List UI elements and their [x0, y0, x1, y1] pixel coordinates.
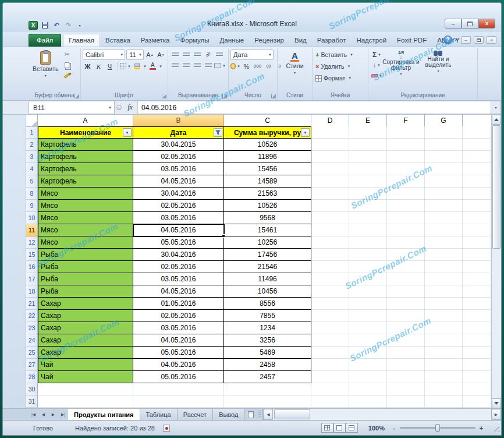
- cell-C9[interactable]: 10526: [224, 200, 311, 212]
- font-name-select[interactable]: Calibri▼: [83, 50, 125, 60]
- cell-D21[interactable]: [311, 298, 349, 310]
- ribbon-tab-Разработ[interactable]: Разработ: [312, 34, 352, 47]
- copy-button[interactable]: [62, 60, 72, 70]
- accounting-format-button[interactable]: ▼: [230, 61, 240, 71]
- paste-button[interactable]: Вставить ▾: [30, 50, 61, 91]
- find-select-button[interactable]: Найти и выделить ▾: [420, 50, 457, 91]
- row-header-10[interactable]: 10: [26, 212, 38, 224]
- cell-B31[interactable]: [133, 395, 224, 408]
- page-break-view-button[interactable]: [346, 423, 358, 433]
- cell-G18[interactable]: [425, 285, 463, 298]
- fill-color-button[interactable]: ▼: [132, 61, 147, 71]
- cell-E1[interactable]: [349, 126, 387, 139]
- cell-F1[interactable]: [387, 126, 425, 139]
- cell-F4[interactable]: [387, 163, 425, 175]
- format-cells-button[interactable]: Формат▼: [314, 73, 366, 83]
- cell-F15[interactable]: [387, 249, 425, 261]
- cell-D27[interactable]: [311, 359, 349, 371]
- cell-E21[interactable]: [349, 298, 387, 310]
- formula-input[interactable]: 04.05.2016: [138, 101, 491, 114]
- increase-decimal-button[interactable]: 00: [264, 61, 274, 71]
- close-button[interactable]: ×: [478, 19, 495, 29]
- cell-E9[interactable]: [349, 200, 387, 212]
- cell-E15[interactable]: [349, 249, 387, 261]
- cell-G3[interactable]: [425, 151, 463, 163]
- align-center-button[interactable]: [181, 61, 191, 70]
- file-tab[interactable]: Файл: [29, 34, 61, 47]
- alignment-dialog-launcher-icon[interactable]: [222, 94, 227, 98]
- cell-F21[interactable]: [387, 298, 425, 310]
- cell-G1[interactable]: [425, 126, 463, 139]
- horizontal-scrollbar[interactable]: ◀ ▶: [262, 409, 501, 420]
- cell-C30[interactable]: [224, 383, 311, 395]
- cell-A10[interactable]: Мясо: [38, 212, 133, 224]
- cell-A31[interactable]: [38, 395, 133, 408]
- cell-B30[interactable]: [133, 383, 224, 395]
- ribbon-tab-Надстрой[interactable]: Надстрой: [351, 34, 392, 47]
- column-header-F[interactable]: F: [387, 115, 425, 127]
- number-format-select[interactable]: Дата▼: [230, 50, 274, 60]
- cell-D10[interactable]: [311, 212, 349, 224]
- row-header-15[interactable]: 15: [26, 249, 38, 261]
- cell-A8[interactable]: Мясо: [38, 188, 133, 200]
- cell-B5[interactable]: 04.05.2016: [133, 175, 224, 188]
- cell-B10[interactable]: 03.05.2016: [133, 212, 224, 224]
- orientation-button[interactable]: ab: [203, 50, 213, 59]
- cell-G24[interactable]: [425, 334, 463, 347]
- cell-F12[interactable]: [387, 236, 425, 249]
- row-header-4[interactable]: 4: [26, 163, 38, 175]
- grow-font-button[interactable]: А▲: [145, 50, 155, 60]
- workbook-close-button[interactable]: ×: [487, 36, 496, 44]
- row-header-27[interactable]: 27: [26, 359, 38, 371]
- cell-E12[interactable]: [349, 236, 387, 249]
- ribbon-tab-Foxit PDF[interactable]: Foxit PDF: [392, 34, 432, 47]
- cell-G31[interactable]: [425, 395, 463, 408]
- cell-A16[interactable]: Рыба: [38, 261, 133, 273]
- row-header-2[interactable]: 2: [26, 139, 38, 151]
- cell-D3[interactable]: [311, 151, 349, 163]
- cell-D9[interactable]: [311, 200, 349, 212]
- tab-splitter-handle[interactable]: [258, 411, 261, 418]
- cell-C5[interactable]: 14589: [224, 175, 311, 188]
- insert-sheet-button[interactable]: [244, 409, 257, 420]
- styles-button[interactable]: А Стили ▾: [283, 50, 306, 91]
- cell-A28[interactable]: Чай: [38, 371, 133, 383]
- cell-E5[interactable]: [349, 175, 387, 188]
- cell-F2[interactable]: [387, 139, 425, 151]
- cell-D25[interactable]: [311, 347, 349, 359]
- cell-C23[interactable]: 1234: [224, 322, 311, 334]
- cell-D31[interactable]: [311, 395, 349, 408]
- cell-C22[interactable]: 7855: [224, 310, 311, 322]
- autosum-button[interactable]: Σ▼: [371, 50, 382, 59]
- cell-G28[interactable]: [425, 371, 463, 383]
- cell-F17[interactable]: [387, 273, 425, 285]
- cell-G17[interactable]: [425, 273, 463, 285]
- scroll-left-button[interactable]: ◀: [263, 409, 273, 420]
- vertical-scroll-track[interactable]: [492, 125, 501, 398]
- row-header-23[interactable]: 23: [26, 322, 38, 334]
- cell-A27[interactable]: Чай: [38, 359, 133, 371]
- cell-D5[interactable]: [311, 175, 349, 188]
- cell-C17[interactable]: 11496: [224, 273, 311, 285]
- cell-A21[interactable]: Сахар: [38, 298, 133, 310]
- zoom-track[interactable]: [400, 427, 475, 429]
- scroll-right-button[interactable]: ▶: [491, 409, 501, 420]
- cut-button[interactable]: ✂: [62, 50, 72, 59]
- align-bottom-button[interactable]: [192, 50, 202, 59]
- sheet-tab-Рассчет[interactable]: Рассчет: [178, 409, 214, 420]
- cell-C4[interactable]: 15456: [224, 163, 311, 175]
- column-header-D[interactable]: D: [311, 115, 349, 127]
- cell-G2[interactable]: [425, 139, 463, 151]
- cell-C16[interactable]: 21546: [224, 261, 311, 273]
- cell-F9[interactable]: [387, 200, 425, 212]
- row-header-5[interactable]: 5: [26, 175, 38, 188]
- cell-E27[interactable]: [349, 359, 387, 371]
- cell-A23[interactable]: Сахар: [38, 322, 133, 334]
- maximize-button[interactable]: [462, 19, 478, 29]
- font-dialog-launcher-icon[interactable]: [162, 94, 166, 98]
- cell-B25[interactable]: 05.05.2016: [133, 347, 224, 359]
- cell-D28[interactable]: [311, 371, 349, 383]
- percent-style-button[interactable]: %: [242, 61, 251, 71]
- cell-F30[interactable]: [387, 383, 425, 395]
- cell-G4[interactable]: [425, 163, 463, 175]
